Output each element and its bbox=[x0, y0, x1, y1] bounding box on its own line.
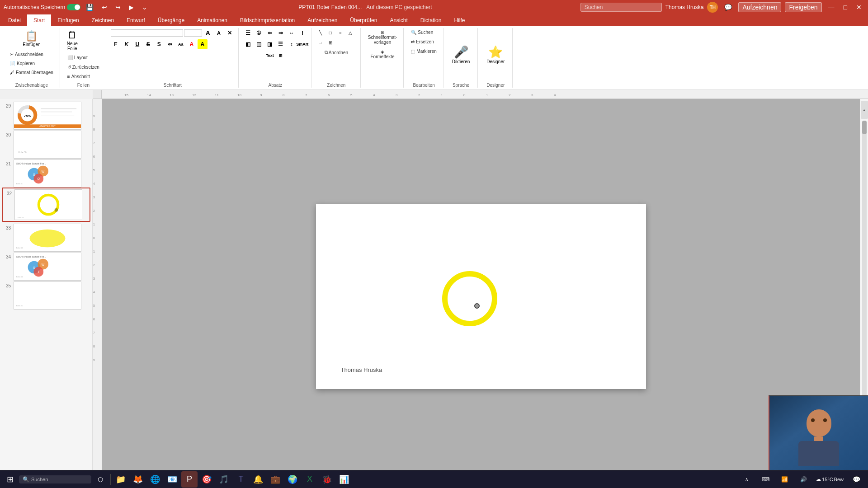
slide-thumb-34[interactable]: 34 SWOT Analyse Sample Foo... S W T Foli… bbox=[2, 252, 90, 280]
slide-panel[interactable]: 29 75% ANALYSIS FAIT bbox=[0, 99, 93, 484]
neue-folie-btn[interactable]: 🗒 NeueFolie bbox=[65, 28, 80, 52]
tab-bildschirm[interactable]: Bildschirmpräsentation bbox=[234, 14, 301, 26]
case-btn[interactable]: Aa bbox=[176, 39, 186, 49]
slide-circle-element[interactable] bbox=[438, 267, 501, 330]
close-btn[interactable]: ✕ bbox=[854, 3, 864, 12]
underline-btn[interactable]: U bbox=[132, 39, 142, 49]
align-right-btn[interactable]: ◨ bbox=[265, 39, 275, 49]
font-color-btn[interactable]: A bbox=[187, 39, 197, 49]
shape-more-btn[interactable]: ⊞ bbox=[326, 38, 335, 47]
designer-btn[interactable]: ⭐ Designer bbox=[482, 43, 509, 66]
autosave-toggle[interactable]: Automatisches Speichern bbox=[4, 4, 80, 10]
italic-btn[interactable]: K bbox=[122, 39, 132, 49]
text-direction-btn[interactable]: Text bbox=[265, 51, 275, 61]
slide-thumb-30[interactable]: 30 Folie 30 bbox=[2, 130, 90, 158]
shape-line-btn[interactable]: ╲ bbox=[316, 28, 325, 37]
taskbar-app11-btn[interactable]: 📊 bbox=[336, 471, 352, 488]
slide-thumb-32[interactable]: 32 Folie 32 bbox=[2, 188, 90, 222]
avatar[interactable]: TH bbox=[707, 2, 718, 13]
taskbar-teams-btn[interactable]: T bbox=[233, 471, 249, 488]
maximize-btn[interactable]: □ bbox=[841, 3, 850, 12]
keyboard-icon-btn[interactable]: ⌨ bbox=[757, 471, 774, 488]
slide-thumb-29[interactable]: 29 75% ANALYSIS FAIT bbox=[2, 101, 90, 129]
taskbar-app10-btn[interactable]: 🐞 bbox=[319, 471, 335, 488]
suchen-btn[interactable]: 🔍 Suchen bbox=[408, 28, 436, 37]
share-btn[interactable]: Aufzeichnen bbox=[738, 2, 781, 12]
align-left-btn[interactable]: ◧ bbox=[243, 39, 253, 49]
slide-thumb-33[interactable]: 33 Folie 33 bbox=[2, 223, 90, 251]
minimize-btn[interactable]: — bbox=[826, 3, 837, 12]
shape-tri-btn[interactable]: △ bbox=[346, 28, 355, 37]
font-name-input[interactable] bbox=[111, 29, 183, 37]
slide-thumb-31[interactable]: 31 SWOT Analyse Sample Foo... S W O Foli… bbox=[2, 159, 90, 187]
shadow-btn[interactable]: S bbox=[154, 39, 164, 49]
start-btn[interactable]: ⊞ bbox=[2, 471, 18, 488]
abschnitt-btn[interactable]: ≡ Abschnitt bbox=[65, 72, 93, 81]
taskbar-chrome-btn[interactable]: 🌐 bbox=[147, 471, 163, 488]
redo-btn[interactable]: ↪ bbox=[113, 3, 123, 12]
weather-widget[interactable]: ☁ 15°C Bew bbox=[814, 475, 845, 483]
present-btn[interactable]: ▶ bbox=[126, 3, 137, 12]
rtl-btn[interactable]: ↔ bbox=[287, 28, 297, 38]
system-tray-expand-btn[interactable]: ∧ bbox=[738, 471, 755, 488]
columns-btn[interactable]: ⁞ bbox=[297, 28, 307, 38]
schnellvorlagen-btn[interactable]: ⊞ Schnellformat- vorlagen bbox=[365, 28, 400, 47]
bold-btn[interactable]: F bbox=[111, 39, 121, 49]
tab-hilfe[interactable]: Hilfe bbox=[448, 14, 471, 26]
scroll-thumb[interactable] bbox=[862, 121, 867, 134]
increase-indent-btn[interactable]: ⇒ bbox=[276, 28, 286, 38]
tab-start[interactable]: Start bbox=[27, 14, 51, 26]
taskbar-app7-btn[interactable]: 💼 bbox=[267, 471, 283, 488]
tab-entwurf[interactable]: Entwurf bbox=[120, 14, 151, 26]
taskbar-app3-btn[interactable]: 🎯 bbox=[198, 471, 215, 488]
tab-dictation[interactable]: Dictation bbox=[414, 14, 448, 26]
taskbar-app4-btn[interactable]: 🎵 bbox=[216, 471, 232, 488]
taskbar-powerpoint-btn[interactable]: P bbox=[181, 471, 198, 488]
diktieren-btn[interactable]: 🎤 Diktieren bbox=[448, 43, 474, 66]
font-size-down-btn[interactable]: A bbox=[214, 28, 224, 38]
shape-arrow-btn[interactable]: → bbox=[316, 38, 325, 47]
tab-animationen[interactable]: Animationen bbox=[191, 14, 234, 26]
search-input[interactable] bbox=[580, 3, 662, 12]
tab-zeichnen[interactable]: Zeichnen bbox=[85, 14, 120, 26]
align-text-btn[interactable]: ⊞ bbox=[276, 51, 286, 61]
present-share-btn[interactable]: Freigeben bbox=[785, 2, 821, 12]
taskbar-app8-btn[interactable]: 🌍 bbox=[284, 471, 301, 488]
font-size-up-btn[interactable]: A bbox=[203, 28, 213, 38]
volume-icon-btn[interactable]: 🔊 bbox=[795, 471, 811, 488]
save-quick-btn[interactable]: 💾 bbox=[83, 3, 96, 12]
taskbar-excel-btn[interactable]: X bbox=[302, 471, 318, 488]
shape-oval-btn[interactable]: ○ bbox=[336, 28, 345, 37]
clear-format-btn[interactable]: ✕ bbox=[225, 28, 235, 38]
tab-einfuegen[interactable]: Einfügen bbox=[51, 14, 85, 26]
tab-uebergaenge[interactable]: Übergänge bbox=[151, 14, 191, 26]
autosave-switch[interactable] bbox=[67, 4, 80, 10]
decrease-indent-btn[interactable]: ⇐ bbox=[265, 28, 275, 38]
network-icon-btn[interactable]: 📶 bbox=[776, 471, 793, 488]
strikethrough-btn[interactable]: S bbox=[143, 39, 153, 49]
numbering-btn[interactable]: ① bbox=[254, 28, 264, 38]
comment-btn[interactable]: 💬 bbox=[722, 3, 735, 12]
slide-canvas[interactable]: Thomas Hruska bbox=[316, 204, 646, 389]
shape-rect-btn[interactable]: □ bbox=[326, 28, 335, 37]
tab-ansicht[interactable]: Ansicht bbox=[383, 14, 414, 26]
highlight-btn[interactable]: A bbox=[198, 39, 208, 49]
taskbar-search[interactable]: 🔍 Suchen bbox=[19, 475, 91, 483]
tab-ueberpruefen[interactable]: Überprüfen bbox=[344, 14, 383, 26]
ausschneiden-btn[interactable]: ✂ Ausschneiden bbox=[7, 50, 56, 59]
slide-thumb-35[interactable]: 35 Folie 35 bbox=[2, 281, 90, 309]
layout-btn[interactable]: ⬜ Layout bbox=[65, 53, 90, 62]
format-btn[interactable]: 🖌 Format übertragen bbox=[7, 68, 56, 77]
markieren-btn[interactable]: ⬚ Markieren bbox=[408, 47, 439, 56]
anordnen-btn[interactable]: ⧉ Anordnen bbox=[322, 48, 351, 57]
smartart-btn[interactable]: SmArt bbox=[297, 39, 307, 49]
more-tools-btn[interactable]: ⌄ bbox=[139, 3, 150, 12]
taskbar-mail-btn[interactable]: 📧 bbox=[164, 471, 180, 488]
font-size-input[interactable] bbox=[184, 29, 202, 37]
taskview-btn[interactable]: ⬡ bbox=[92, 471, 108, 488]
spacing-btn[interactable]: ⇔ bbox=[165, 39, 175, 49]
taskbar-files-btn[interactable]: 📁 bbox=[113, 471, 129, 488]
ersetzen-btn[interactable]: ⇄ Ersetzen bbox=[408, 38, 436, 46]
bullets-btn[interactable]: ☰ bbox=[243, 28, 253, 38]
taskbar-app6-btn[interactable]: 🔔 bbox=[250, 471, 266, 488]
